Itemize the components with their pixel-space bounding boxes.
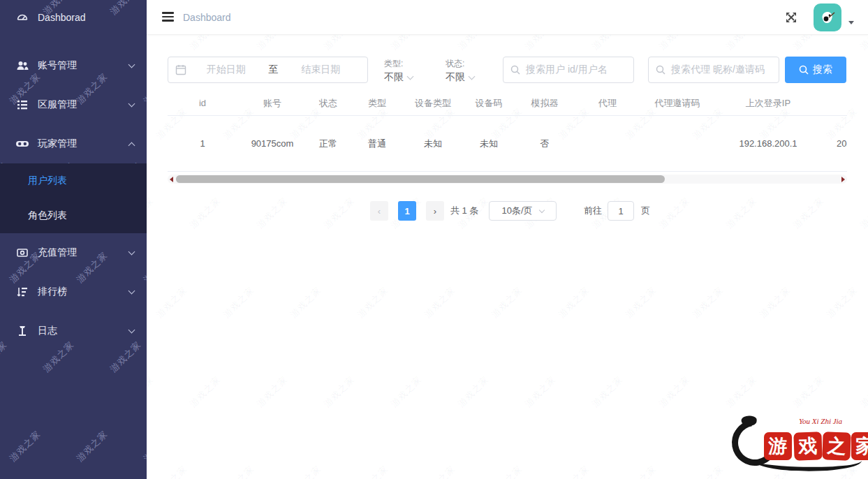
watermark-text: 游戏之家 xyxy=(221,463,257,479)
players-submenu: 用户列表 角色列表 xyxy=(0,163,147,233)
type-filter-value: 不限 xyxy=(384,71,404,84)
col-header-account[interactable]: 账号 xyxy=(237,91,307,115)
col-header-clipped xyxy=(824,91,847,115)
watermark-text: 游戏之家 xyxy=(623,463,659,479)
date-range-picker[interactable]: 开始日期 至 结束日期 xyxy=(168,57,368,83)
sidebar-item-servers[interactable]: 区服管理 xyxy=(0,85,147,124)
table-header-row: id 账号 状态 类型 设备类型 设备码 模拟器 代理 代理邀请码 上次登录IP xyxy=(168,91,847,116)
watermark-text: 游戏之家 xyxy=(790,374,827,410)
sidebar-item-logs[interactable]: 日志 xyxy=(0,311,147,351)
sidebar-item-label: 排行榜 xyxy=(38,286,129,298)
log-icon xyxy=(15,324,29,338)
watermark-text: 游戏之家 xyxy=(455,35,492,52)
avatar-dropdown-caret-icon[interactable] xyxy=(848,21,854,24)
watermark-text: 游戏之家 xyxy=(141,428,147,464)
watermark-text: 游戏之家 xyxy=(355,284,391,320)
search-button[interactable]: 搜索 xyxy=(785,57,846,83)
chevron-down-icon xyxy=(128,249,135,256)
col-header-type[interactable]: 类型 xyxy=(349,91,405,115)
type-filter-dropdown[interactable]: 类型: 不限 xyxy=(384,58,413,84)
col-header-agent[interactable]: 代理 xyxy=(573,91,642,115)
scroll-right-arrow-icon[interactable] xyxy=(841,177,845,182)
search-user-input[interactable]: 搜索用户 id/用户名 xyxy=(503,57,634,83)
scroll-left-arrow-icon[interactable] xyxy=(170,177,173,182)
pagination-page-1[interactable]: 1 xyxy=(398,201,416,221)
watermark-text: 游戏之家 xyxy=(489,284,525,320)
cell-id: 1 xyxy=(168,116,237,171)
watermark-text: 游戏之家 xyxy=(288,463,324,479)
watermark-text: 游戏之家 xyxy=(522,35,559,52)
avatar[interactable] xyxy=(814,3,841,31)
watermark-text: 游戏之家 xyxy=(858,35,868,52)
player-icon xyxy=(15,137,29,151)
watermark-text: 游戏之家 xyxy=(154,463,190,479)
sidebar-item-role-list[interactable]: 角色列表 xyxy=(0,198,147,233)
watermark-text: 游戏之家 xyxy=(858,374,868,410)
sidebar-item-label: 充值管理 xyxy=(38,246,129,259)
col-header-device-type[interactable]: 设备类型 xyxy=(405,91,461,115)
pagination-next-button[interactable]: › xyxy=(426,201,444,221)
dashboard-icon xyxy=(15,10,29,24)
pagination-prev-button[interactable]: ‹ xyxy=(370,201,388,221)
status-filter-dropdown[interactable]: 状态: 不限 xyxy=(446,58,474,84)
watermark-text: 游戏之家 xyxy=(589,35,626,52)
watermark-text: 游戏之家 xyxy=(690,463,726,479)
sidebar-item-label: 区服管理 xyxy=(38,98,129,111)
col-header-status[interactable]: 状态 xyxy=(307,91,349,115)
sidebar-item-dashboard[interactable]: Dashborad xyxy=(0,0,147,35)
sidebar-item-accounts[interactable]: 账号管理 xyxy=(0,46,147,85)
chevron-down-icon xyxy=(128,101,135,108)
fullscreen-icon[interactable] xyxy=(784,10,798,24)
chevron-down-icon xyxy=(128,327,135,334)
date-separator: 至 xyxy=(266,64,281,76)
table-row[interactable]: 1 90175com 正常 普通 未知 未知 否 192.168.200.1 2… xyxy=(168,116,847,172)
cell-status: 正常 xyxy=(307,116,349,171)
search-agent-input[interactable]: 搜索代理 昵称/邀请码 xyxy=(648,57,779,83)
watermark-text: 游戏之家 xyxy=(824,284,860,320)
watermark-text: 游戏之家 xyxy=(187,374,223,410)
cell-device-code: 未知 xyxy=(461,116,517,171)
chevron-down-icon xyxy=(407,73,414,80)
sidebar-menu: Dashborad 账号管理 区服管理 玩家管理 用户列表 xyxy=(0,0,147,351)
logo-seal-char: 游 xyxy=(764,432,792,460)
logo-seal-char: 家 xyxy=(851,432,868,460)
user-table: id 账号 状态 类型 设备类型 设备码 模拟器 代理 代理邀请码 上次登录IP… xyxy=(168,91,847,172)
watermark-text: 游戏之家 xyxy=(254,374,290,410)
submenu-item-label: 角色列表 xyxy=(28,209,67,222)
sidebar-item-recharge[interactable]: 充值管理 xyxy=(0,233,147,272)
cell-account: 90175com xyxy=(237,116,307,171)
col-header-agent-code[interactable]: 代理邀请码 xyxy=(642,91,712,115)
watermark-text: 游戏之家 xyxy=(656,374,693,410)
date-end-placeholder[interactable]: 结束日期 xyxy=(281,64,361,76)
date-start-placeholder[interactable]: 开始日期 xyxy=(186,64,266,76)
col-header-last-ip[interactable]: 上次登录IP xyxy=(712,91,824,115)
cell-emulator: 否 xyxy=(517,116,573,171)
col-header-emulator[interactable]: 模拟器 xyxy=(517,91,573,115)
page-size-select[interactable]: 10条/页 xyxy=(489,201,557,221)
col-header-device-code[interactable]: 设备码 xyxy=(461,91,517,115)
sidebar-item-leaderboard[interactable]: 排行榜 xyxy=(0,272,147,311)
watermark-text: 游戏之家 xyxy=(221,284,257,320)
watermark-text: 游戏之家 xyxy=(422,284,458,320)
sidebar-item-label: 玩家管理 xyxy=(38,138,129,150)
watermark-text: 游戏之家 xyxy=(388,374,425,410)
scrollbar-thumb[interactable] xyxy=(176,175,665,183)
chevron-down-icon xyxy=(128,61,135,68)
rank-icon xyxy=(15,285,29,299)
watermark-text: 游戏之家 xyxy=(723,35,760,52)
goto-page-suffix: 页 xyxy=(641,201,650,221)
sidebar-item-user-list[interactable]: 用户列表 xyxy=(0,163,147,198)
status-filter-value: 不限 xyxy=(446,71,465,84)
goto-page-input[interactable] xyxy=(608,201,634,221)
logo-seal-char: 戏 xyxy=(793,432,822,460)
hamburger-menu-icon[interactable] xyxy=(162,12,174,22)
cell-device-type: 未知 xyxy=(405,116,461,171)
horizontal-scrollbar[interactable] xyxy=(168,175,847,184)
watermark-text: 游戏之家 xyxy=(187,35,223,52)
search-user-placeholder: 搜索用户 id/用户名 xyxy=(526,64,608,76)
sidebar-item-players[interactable]: 玩家管理 xyxy=(0,124,147,163)
main-content: 游戏之家游戏之家游戏之家游戏之家游戏之家游戏之家游戏之家游戏之家游戏之家游戏之家… xyxy=(147,35,868,479)
col-header-id[interactable]: id xyxy=(168,91,237,115)
watermark-text: 游戏之家 xyxy=(147,374,156,410)
logo-seal-char: 之 xyxy=(822,432,851,460)
